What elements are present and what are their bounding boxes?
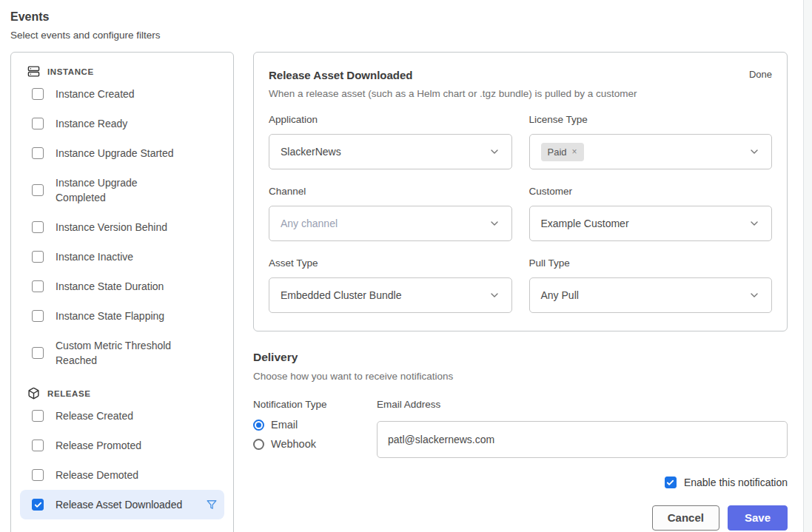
field-license-type: License Type Paid × xyxy=(529,114,773,169)
page-title: Events xyxy=(10,10,161,24)
sidebar-item-release-asset-downloaded[interactable]: Release Asset Downloaded xyxy=(20,490,224,519)
card-description: When a release asset (such as a Helm cha… xyxy=(269,88,637,99)
radio-option-webhook[interactable]: Webhook xyxy=(253,438,377,450)
application-select[interactable]: SlackerNews xyxy=(269,134,512,169)
asset-type-value: Embedded Cluster Bundle xyxy=(281,289,401,301)
radio-label: Webhook xyxy=(271,438,316,450)
checkbox[interactable] xyxy=(32,280,44,292)
field-application: Application SlackerNews xyxy=(269,114,512,169)
checkbox[interactable] xyxy=(32,469,44,481)
save-button[interactable]: Save xyxy=(728,505,788,531)
chevron-down-icon xyxy=(489,289,500,301)
checkbox[interactable] xyxy=(32,184,44,196)
event-label: Instance State Duration xyxy=(56,279,164,294)
application-label: Application xyxy=(269,114,512,125)
pull-type-select[interactable]: Any Pull xyxy=(529,277,773,313)
checkbox[interactable] xyxy=(32,440,44,451)
notification-type-label: Notification Type xyxy=(253,399,377,410)
enable-notification-checkbox[interactable] xyxy=(665,477,677,488)
sidebar-item-instance-created[interactable]: Instance Created xyxy=(20,79,224,109)
card-title: Release Asset Downloaded xyxy=(269,69,637,81)
sidebar-item-instance-upgrade-completed[interactable]: Instance Upgrade Completed xyxy=(20,168,224,212)
channel-label: Channel xyxy=(269,186,512,197)
license-type-label: License Type xyxy=(529,114,773,125)
email-address-input[interactable] xyxy=(377,421,788,458)
event-label: Release Created xyxy=(56,408,133,423)
channel-select[interactable]: Any channel xyxy=(269,206,512,241)
checkbox[interactable] xyxy=(32,221,44,233)
event-list-panel: INSTANCE Instance Created Instance Ready… xyxy=(10,52,234,532)
event-label: Release Promoted xyxy=(56,438,141,453)
checkbox[interactable] xyxy=(32,88,44,100)
section-label: RELEASE xyxy=(47,389,91,398)
package-icon xyxy=(27,387,40,400)
customer-select[interactable]: Example Customer xyxy=(529,206,773,241)
email-radio[interactable] xyxy=(253,420,264,431)
event-label: Instance Created xyxy=(56,87,135,101)
chevron-down-icon xyxy=(748,146,760,158)
page-header: Events Select events and configure filte… xyxy=(10,10,161,41)
cancel-button[interactable]: Cancel xyxy=(652,505,719,531)
sidebar-item-instance-version-behind[interactable]: Instance Version Behind xyxy=(20,212,224,242)
pull-type-value: Any Pull xyxy=(541,289,579,301)
sidebar-item-instance-state-duration[interactable]: Instance State Duration xyxy=(20,272,224,301)
server-icon xyxy=(27,65,40,78)
asset-type-label: Asset Type xyxy=(269,257,512,269)
sidebar-item-custom-metric-threshold[interactable]: Custom Metric Threshold Reached xyxy=(20,331,224,375)
event-label: Instance Version Behind xyxy=(56,220,167,235)
sidebar-item-instance-upgrade-started[interactable]: Instance Upgrade Started xyxy=(20,138,224,168)
chevron-down-icon xyxy=(489,146,500,158)
checkbox[interactable] xyxy=(32,347,44,359)
sidebar-item-release-promoted[interactable]: Release Promoted xyxy=(20,431,224,460)
event-label: Instance Upgrade Completed xyxy=(56,175,138,205)
license-type-chip: Paid × xyxy=(541,143,584,161)
radio-label: Email xyxy=(271,419,298,431)
checkbox[interactable] xyxy=(32,310,44,322)
checkbox[interactable] xyxy=(32,147,44,159)
checkbox[interactable] xyxy=(32,118,44,129)
section-header-release: RELEASE xyxy=(20,385,224,401)
sidebar-item-instance-inactive[interactable]: Instance Inactive xyxy=(20,242,224,272)
email-address-label: Email Address xyxy=(377,399,788,410)
channel-placeholder: Any channel xyxy=(281,218,338,229)
chevron-down-icon xyxy=(489,218,500,229)
event-label: Instance Upgrade Started xyxy=(56,146,174,161)
field-asset-type: Asset Type Embedded Cluster Bundle xyxy=(269,257,512,313)
sidebar-item-instance-ready[interactable]: Instance Ready xyxy=(20,109,224,138)
event-label: Release Demoted xyxy=(56,468,138,482)
checkbox-checked[interactable] xyxy=(32,499,44,511)
delivery-section: Delivery Choose how you want to receive … xyxy=(253,351,788,531)
asset-type-select[interactable]: Embedded Cluster Bundle xyxy=(269,277,512,313)
section-label: INSTANCE xyxy=(47,67,94,76)
chip-remove-icon[interactable]: × xyxy=(572,147,577,156)
event-label: Instance Ready xyxy=(56,116,127,131)
application-value: SlackerNews xyxy=(281,146,341,158)
customer-label: Customer xyxy=(529,186,773,197)
done-link[interactable]: Done xyxy=(749,69,772,80)
chevron-down-icon xyxy=(748,218,760,229)
event-label: Instance Inactive xyxy=(56,249,133,264)
event-filter-card: Release Asset Downloaded When a release … xyxy=(253,52,788,331)
chevron-down-icon xyxy=(748,289,760,301)
pull-type-label: Pull Type xyxy=(529,257,773,269)
webhook-radio[interactable] xyxy=(253,439,264,450)
event-label: Instance State Flapping xyxy=(56,309,164,323)
checkbox[interactable] xyxy=(32,410,44,422)
filter-icon[interactable] xyxy=(205,498,218,511)
checkbox[interactable] xyxy=(32,251,44,263)
radio-option-email[interactable]: Email xyxy=(253,419,377,431)
page-subtitle: Select events and configure filters xyxy=(10,30,161,41)
license-type-select[interactable]: Paid × xyxy=(529,134,773,169)
sidebar-item-release-demoted[interactable]: Release Demoted xyxy=(20,460,224,490)
field-channel: Channel Any channel xyxy=(269,186,512,241)
field-customer: Customer Example Customer xyxy=(529,186,773,241)
delivery-title: Delivery xyxy=(253,351,788,364)
sidebar-item-instance-state-flapping[interactable]: Instance State Flapping xyxy=(20,301,224,331)
section-header-instance: INSTANCE xyxy=(20,64,224,79)
field-pull-type: Pull Type Any Pull xyxy=(529,257,773,313)
scrollbar[interactable] xyxy=(803,0,812,532)
chip-label: Paid xyxy=(548,147,567,158)
enable-notification-label: Enable this notification xyxy=(684,477,788,488)
sidebar-item-release-created[interactable]: Release Created xyxy=(20,401,224,431)
event-label: Custom Metric Threshold Reached xyxy=(56,338,171,368)
